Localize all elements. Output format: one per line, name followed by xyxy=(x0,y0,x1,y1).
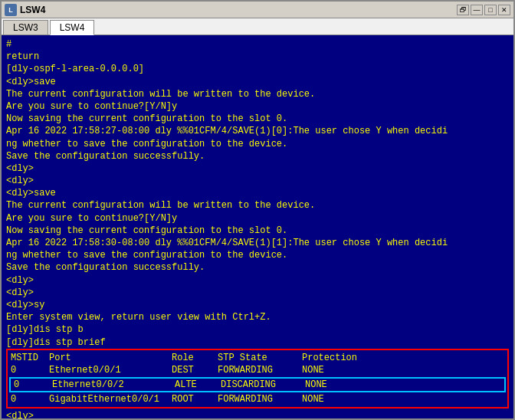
col-header-role: Role xyxy=(172,352,218,364)
app-icon: L xyxy=(5,4,17,16)
row1-port: Ethernet0/0/2 xyxy=(52,379,175,391)
stp-data-row-2: 0 GigabitEthernet0/0/1 ROOT FORWARDING N… xyxy=(8,393,507,405)
title-bar: L LSW4 🗗 — □ ✕ xyxy=(2,2,513,18)
row2-port: GigabitEthernet0/0/1 xyxy=(49,393,172,405)
close-button[interactable]: ✕ xyxy=(498,5,510,15)
tab-lsw3[interactable]: LSW3 xyxy=(3,20,48,34)
row0-role: DEST xyxy=(172,364,218,376)
row0-port: Ethernet0/0/1 xyxy=(49,364,172,376)
row0-mstid: 0 xyxy=(11,364,49,376)
window-title: LSW4 xyxy=(20,5,45,15)
stp-data-row-0: 0 Ethernet0/0/1 DEST FORWARDING NONE xyxy=(8,364,507,376)
terminal-area[interactable]: # return [dly-ospf-l-area-0.0.0.0] <dly>… xyxy=(2,35,513,418)
stp-table: MSTID Port Role STP State Protection 0 E… xyxy=(6,349,509,409)
row2-protection: NONE xyxy=(302,393,371,405)
stp-data-row-1: 0 Ethernet0/0/2 ALTE DISCARDING NONE xyxy=(9,377,506,392)
row1-state: DISCARDING xyxy=(221,379,305,391)
col-header-mstid: MSTID xyxy=(11,352,49,364)
col-header-protection: Protection xyxy=(302,352,371,364)
title-controls: 🗗 — □ ✕ xyxy=(457,5,510,15)
row0-protection: NONE xyxy=(302,364,371,376)
title-bar-left: L LSW4 xyxy=(5,4,45,16)
row2-mstid: 0 xyxy=(11,393,49,405)
tab-bar: LSW3 LSW4 xyxy=(2,18,513,35)
stp-header-row: MSTID Port Role STP State Protection xyxy=(8,352,507,364)
row1-role: ALTE xyxy=(175,379,221,391)
terminal-prompt-end: <dly> xyxy=(6,410,509,418)
terminal-output: # return [dly-ospf-l-area-0.0.0.0] <dly>… xyxy=(6,38,509,349)
row1-protection: NONE xyxy=(305,379,374,391)
col-header-port: Port xyxy=(49,352,172,364)
main-window: L LSW4 🗗 — □ ✕ LSW3 LSW4 # return [dly-o… xyxy=(0,0,515,420)
row0-state: FORWARDING xyxy=(218,364,302,376)
tab-lsw4[interactable]: LSW4 xyxy=(50,20,95,35)
minimize-button[interactable]: — xyxy=(471,5,483,15)
col-header-state: STP State xyxy=(218,352,302,364)
restore-button[interactable]: 🗗 xyxy=(457,5,469,15)
row2-state: FORWARDING xyxy=(218,393,302,405)
maximize-button[interactable]: □ xyxy=(484,5,497,15)
row2-role: ROOT xyxy=(172,393,218,405)
row1-mstid: 0 xyxy=(14,379,52,391)
